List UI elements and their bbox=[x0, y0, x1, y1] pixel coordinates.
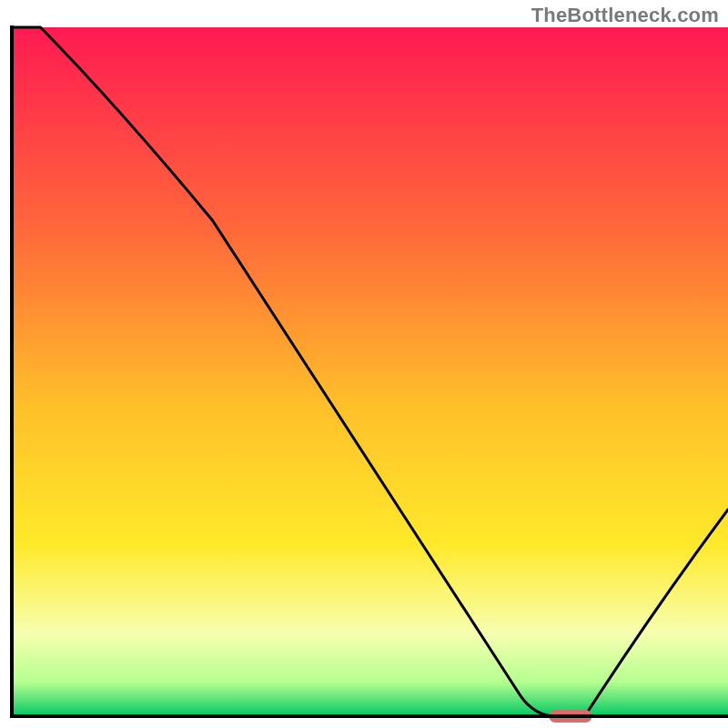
chart-svg bbox=[0, 0, 728, 728]
gradient-background bbox=[12, 27, 728, 716]
plot-area bbox=[12, 27, 728, 723]
watermark-label: TheBottleneck.com bbox=[531, 4, 719, 27]
bottleneck-chart: TheBottleneck.com bbox=[0, 0, 728, 728]
